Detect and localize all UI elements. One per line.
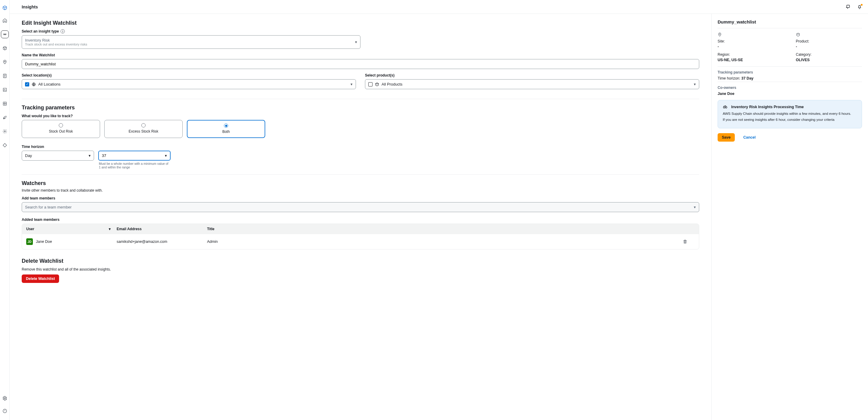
cube-icon	[796, 33, 862, 37]
heading-delete: Delete Watchlist	[22, 258, 699, 264]
nav-help[interactable]	[1, 407, 8, 415]
delete-watchlist-button[interactable]: Delete Watchlist	[22, 274, 59, 283]
feedback-icon[interactable]	[845, 4, 851, 10]
select-insight-type[interactable]: Inventory Risk Track stock out and exces…	[22, 35, 361, 49]
checkbox-icon: ✓	[25, 82, 29, 87]
member-title: Admin	[207, 239, 683, 244]
label-name: Name the Watchlist	[22, 53, 699, 57]
nav-grid[interactable]	[1, 100, 8, 107]
nav-insights[interactable]	[1, 31, 8, 38]
label-added-members: Added team members	[22, 218, 699, 222]
label-insight-type: Select an insight type i	[22, 29, 699, 33]
chevron-down-icon: ▾	[694, 82, 696, 87]
page-title: Insights	[22, 4, 38, 9]
label-products: Select product(s)	[365, 73, 699, 77]
product-value: -	[796, 44, 862, 49]
svg-point-2	[4, 61, 5, 62]
label-track-question: What would you like to track?	[22, 114, 699, 118]
select-products[interactable]: All Products ▾	[365, 79, 699, 89]
nav-chart[interactable]	[1, 86, 8, 93]
cancel-button[interactable]: Cancel	[739, 133, 760, 141]
time-horizon-summary: Time horizon: 37 Day	[718, 76, 862, 80]
binoculars-icon	[723, 104, 727, 109]
summary-title: Dummy_watchlist	[718, 19, 862, 28]
svg-point-7	[4, 398, 5, 399]
member-name: Jane Doe	[36, 239, 52, 244]
label-time-horizon: Time horizon	[22, 144, 699, 149]
info-line-2: If you are not seeing insights after 6 h…	[723, 118, 857, 122]
members-table: User ▾ Email Address Title JD Jane Doe s…	[22, 224, 699, 250]
label-add-members: Add team members	[22, 196, 699, 200]
notifications-icon[interactable]	[857, 4, 863, 10]
pin-icon	[718, 33, 784, 37]
heading-edit: Edit Insight Watchlist	[22, 20, 699, 26]
site-value: -	[718, 44, 784, 49]
products-value: All Products	[381, 82, 402, 87]
chevron-down-icon[interactable]: ▾	[165, 153, 167, 158]
chevron-down-icon: ▾	[355, 40, 357, 44]
select-locations[interactable]: ✓ All Locations ▾	[22, 79, 356, 89]
radio-stock-out[interactable]: Stock Out Risk	[22, 120, 100, 138]
search-team-member[interactable]: Search for a team member ▾	[22, 202, 699, 212]
input-watchlist-name[interactable]	[25, 62, 696, 66]
coowners-value: Jane Doe	[718, 92, 862, 96]
heading-tracking: Tracking parameters	[22, 104, 699, 111]
chevron-down-icon: ▾	[89, 153, 91, 158]
cube-icon	[375, 82, 379, 87]
watchers-desc: Invite other members to track and collab…	[22, 188, 699, 193]
summary-panel: Dummy_watchlist Site: - Region: US-NE, U…	[711, 14, 868, 420]
member-email: samikshd+jane@amazon.com	[117, 239, 207, 244]
nav-leaf[interactable]	[1, 114, 8, 121]
product-label: Product:	[796, 39, 862, 43]
info-box: Inventory Risk Insights Processing Time …	[718, 100, 862, 128]
radio-excess-stock[interactable]: Excess Stock Risk	[104, 120, 183, 138]
svg-point-0	[3, 34, 4, 35]
time-hint: Must be a whole number with a minimum va…	[98, 162, 170, 169]
radio-icon	[224, 124, 228, 128]
delete-row-button[interactable]	[683, 239, 695, 244]
save-button[interactable]: Save	[718, 133, 735, 141]
input-time-value[interactable]	[102, 153, 165, 158]
label-locations: Select location(s)	[22, 73, 356, 77]
notification-dot	[861, 4, 863, 6]
globe-icon	[32, 82, 36, 87]
locations-value: All Locations	[38, 82, 61, 87]
form-area: Edit Insight Watchlist Select an insight…	[10, 14, 711, 420]
checkbox-icon	[368, 82, 373, 87]
svg-point-10	[719, 34, 720, 34]
category-value: OLIVES	[796, 58, 862, 62]
site-label: Site:	[718, 39, 784, 43]
radio-icon	[141, 123, 146, 127]
heading-watchers: Watchers	[22, 180, 699, 187]
nav-doc[interactable]	[1, 72, 8, 79]
table-row: JD Jane Doe samikshd+jane@amazon.com Adm…	[22, 234, 699, 249]
chevron-down-icon: ▾	[694, 205, 696, 209]
svg-point-12	[725, 107, 727, 108]
tracking-section-label: Tracking parameters	[718, 66, 862, 74]
svg-point-11	[723, 107, 725, 108]
nav-pin[interactable]	[1, 59, 8, 66]
svg-point-6	[4, 131, 5, 132]
nav-rail	[0, 0, 10, 420]
svg-point-1	[5, 34, 6, 35]
nav-settings2[interactable]	[1, 128, 8, 135]
coowners-label: Co-owners	[718, 82, 862, 90]
category-label: Category:	[796, 53, 862, 57]
nav-diamond[interactable]	[1, 141, 8, 149]
select-time-unit[interactable]: Day ▾	[22, 151, 94, 161]
info-title: Inventory Risk Insights Processing Time	[731, 105, 804, 109]
nav-gear[interactable]	[1, 395, 8, 402]
table-header: User ▾ Email Address Title	[22, 224, 699, 234]
sort-icon[interactable]: ▾	[109, 227, 111, 231]
info-icon[interactable]: i	[61, 29, 65, 33]
chevron-down-icon: ▾	[350, 82, 352, 87]
app-logo	[2, 5, 7, 10]
topbar: Insights	[10, 0, 868, 14]
delete-desc: Remove this watchlist and all of the ass…	[22, 267, 699, 271]
region-value: US-NE, US-SE	[718, 58, 784, 62]
radio-both[interactable]: Both	[187, 120, 265, 138]
nav-home[interactable]	[1, 17, 8, 24]
radio-icon	[59, 123, 63, 127]
nav-cube[interactable]	[1, 44, 8, 52]
region-label: Region:	[718, 53, 784, 57]
